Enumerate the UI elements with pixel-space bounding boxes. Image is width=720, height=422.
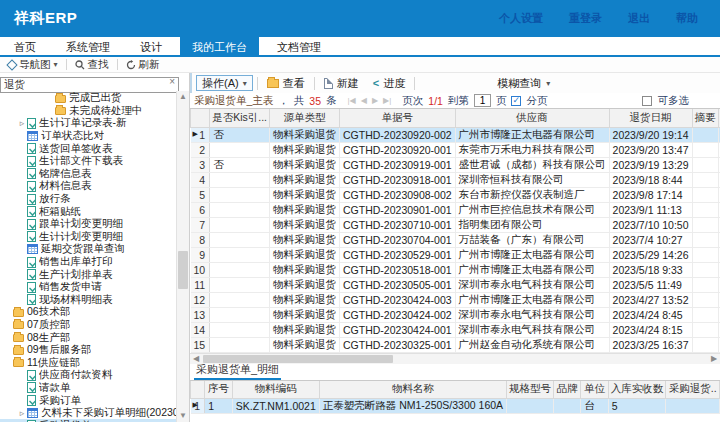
column-header[interactable]: 入库实收数 bbox=[608, 381, 666, 399]
tree-item[interactable]: 铭牌信息表 bbox=[0, 168, 189, 181]
scrollbar-thumb[interactable] bbox=[178, 251, 188, 289]
tree-item[interactable]: 生计计划变更明细 bbox=[0, 231, 189, 244]
paging-checkbox[interactable] bbox=[511, 96, 521, 106]
scroll-down-icon[interactable]: ▼ bbox=[177, 410, 189, 422]
tree-item[interactable]: 未完成待处理中 bbox=[0, 105, 189, 118]
multi-select-checkbox[interactable] bbox=[642, 96, 652, 106]
table-icon bbox=[27, 244, 38, 254]
data-cell bbox=[210, 262, 270, 277]
tab-设计[interactable]: 设计 bbox=[128, 37, 174, 55]
pager-nav-icon[interactable]: ▶ bbox=[372, 96, 378, 105]
report-icon bbox=[27, 282, 36, 293]
tree-item[interactable]: 延期交货跟单查询 bbox=[0, 243, 189, 256]
tree-item[interactable]: 销售发货申请 bbox=[0, 281, 189, 294]
column-header[interactable] bbox=[191, 109, 210, 127]
column-header[interactable]: 规格型号 bbox=[507, 381, 554, 399]
column-header[interactable]: 是否Kis引... bbox=[210, 109, 270, 127]
tab-系统管理[interactable]: 系统管理 bbox=[54, 37, 122, 55]
tab-首页[interactable]: 首页 bbox=[2, 37, 48, 55]
tree-item[interactable]: 完成已出货 bbox=[0, 92, 189, 105]
tree-item[interactable]: 08生产部 bbox=[0, 331, 189, 344]
table-row[interactable]: 7物料采购退货CGTHD-20230710-001指明集团有限公司2023/7/… bbox=[191, 217, 720, 232]
topbar-link[interactable]: 重登录 bbox=[569, 11, 602, 26]
progress-button[interactable]: < 进度 bbox=[368, 75, 410, 92]
table-row[interactable]: 15物料采购退货CGTHD-20230325-001广州赵金自动化系统有限公司2… bbox=[191, 337, 720, 352]
data-cell: CGTHD-20230518-001 bbox=[340, 262, 456, 277]
tree-item[interactable]: 跟单计划变更明细 bbox=[0, 218, 189, 231]
column-header[interactable]: 采购退货.. bbox=[666, 381, 720, 399]
pager-nav-icon[interactable]: |◀ bbox=[348, 96, 356, 105]
tree-item[interactable]: 生计部文件下载表 bbox=[0, 155, 189, 168]
table-row[interactable]: 12物料采购退货CGTHD-20230424-003广州市博隆正太电器有限公司2… bbox=[191, 292, 720, 307]
tree-item[interactable]: 09售后服务部 bbox=[0, 344, 189, 357]
pager-nav-icon[interactable]: ◀ bbox=[361, 96, 367, 105]
column-header[interactable]: 品牌 bbox=[554, 381, 581, 399]
nav-map-label: 导航图 bbox=[19, 58, 51, 72]
column-header[interactable]: 摘要 bbox=[692, 109, 718, 127]
topbar-link[interactable]: 退出 bbox=[628, 11, 650, 26]
tree-expander-icon[interactable]: ▹ bbox=[17, 118, 27, 128]
tree-item[interactable]: 送货回单签收表 bbox=[0, 142, 189, 155]
tree-item[interactable]: ▹生计订单记录表-新 bbox=[0, 117, 189, 130]
table-row[interactable]: ▶11SK.ZT.NM1.0021正泰塑壳断路器 NM1-250S/3300 1… bbox=[191, 399, 720, 414]
table-row[interactable]: 9物料采购退货CGTHD-20230529-001广州市博隆正太电器有限公司20… bbox=[191, 247, 720, 262]
new-button[interactable]: 新建 bbox=[319, 75, 364, 92]
master-hscrollbar[interactable]: ◀ ▶ bbox=[190, 353, 720, 364]
scroll-right-icon[interactable]: ▶ bbox=[708, 354, 720, 364]
column-header[interactable]: 物料名称 bbox=[319, 381, 506, 399]
tree-item[interactable]: 07质控部 bbox=[0, 319, 189, 332]
tree-item[interactable]: 订单状态比对 bbox=[0, 130, 189, 143]
table-row[interactable]: 6物料采购退货CGTHD-20230901-001广州市巨控信息技术有限公司20… bbox=[191, 202, 720, 217]
column-header[interactable]: 供应商 bbox=[455, 109, 609, 127]
tree-item[interactable]: 现场材料明细表 bbox=[0, 294, 189, 307]
tab-文档管理[interactable]: 文档管理 bbox=[265, 37, 333, 55]
topbar-link[interactable]: 个人设置 bbox=[499, 11, 543, 26]
table-row[interactable]: 8物料采购退货CGTHD-20230704-001万喆装备（广东）有限公司202… bbox=[191, 232, 720, 247]
column-header[interactable]: 序号 bbox=[205, 381, 233, 399]
table-row[interactable]: 3否物料采购退货CGTHD-20230919-001盛世君诚（成都）科技有限公司… bbox=[191, 157, 720, 172]
topbar-link[interactable]: 帮助 bbox=[676, 11, 698, 26]
tree-item[interactable]: ▹欠料未下采购订单明细(20230822起供参考) bbox=[0, 407, 189, 420]
tree-scrollbar[interactable]: ▲ ▼ bbox=[176, 91, 189, 422]
tree-item[interactable]: 销售出库单打印 bbox=[0, 256, 189, 269]
data-cell: 深圳市泰永电气科技有限公司 bbox=[455, 307, 609, 322]
tree-item[interactable]: 11供应链部 bbox=[0, 356, 189, 369]
view-button[interactable]: 查看 bbox=[262, 75, 310, 92]
tree-expander-icon[interactable]: ▹ bbox=[17, 408, 27, 418]
tree-item[interactable]: 采购订单 bbox=[0, 394, 189, 407]
fuzzy-query-dropdown[interactable]: 模糊查询 ▾ bbox=[497, 76, 550, 91]
goto-page-input[interactable] bbox=[474, 94, 491, 107]
scrollbar-thumb[interactable] bbox=[203, 355, 393, 363]
operate-button[interactable]: 操作(A) ▾ bbox=[196, 75, 253, 91]
clear-search-icon[interactable]: × bbox=[169, 76, 175, 88]
column-header[interactable]: 单位 bbox=[581, 381, 608, 399]
table-row[interactable]: 10物料采购退货CGTHD-20230518-001广州市博隆正太电器有限公司2… bbox=[191, 262, 720, 277]
detail-tab[interactable]: 采购退货单_明细 bbox=[194, 362, 281, 380]
table-row[interactable]: 5物料采购退货CGTHD-20230908-002东台市新控仪器仪表制造厂202… bbox=[191, 187, 720, 202]
column-header[interactable]: 单据号 bbox=[340, 109, 456, 127]
table-row[interactable]: 13物料采购退货CGTHD-20230424-002深圳市泰永电气科技有限公司2… bbox=[191, 307, 720, 322]
refresh-button[interactable]: 刷新 bbox=[122, 58, 164, 72]
tree-item[interactable]: 供应商付款资料 bbox=[0, 369, 189, 382]
table-row[interactable]: ▶1否物料采购退货CGTHD-20230920-002广州市博隆正太电器有限公司… bbox=[191, 127, 720, 142]
tree-item[interactable]: 放行条 bbox=[0, 193, 189, 206]
tab-我的工作台[interactable]: 我的工作台 bbox=[180, 37, 259, 55]
table-row[interactable]: 4物料采购退货CGTHD-20230918-001深圳帝恒科技有限公司2023/… bbox=[191, 172, 720, 187]
column-header[interactable]: 源单类型 bbox=[270, 109, 340, 127]
tree-item[interactable]: 请款单 bbox=[0, 382, 189, 395]
column-header[interactable]: 退货日期 bbox=[609, 109, 692, 127]
table-row[interactable]: 14物料采购退货CGTHD-20230424-001深圳市泰永电气科技有限公司2… bbox=[191, 322, 720, 337]
tree-item[interactable]: 06技术部 bbox=[0, 306, 189, 319]
scroll-left-icon[interactable]: ◀ bbox=[190, 354, 202, 364]
tree-item[interactable]: 柜箱贴纸 bbox=[0, 205, 189, 218]
nav-map-button[interactable]: 导航图 ▾ bbox=[4, 58, 62, 72]
find-button[interactable]: 查找 bbox=[71, 58, 113, 72]
pager-nav-icon[interactable]: ▶| bbox=[383, 96, 391, 105]
table-row[interactable]: 2物料采购退货CGTHD-20230920-001东莞市万禾电力科技有限公司20… bbox=[191, 142, 720, 157]
tree-item[interactable]: 材料信息表 bbox=[0, 180, 189, 193]
column-header[interactable]: 物料编码 bbox=[232, 381, 319, 399]
column-header[interactable] bbox=[191, 381, 205, 399]
table-row[interactable]: 11物料采购退货CGTHD-20230505-001深圳市泰永电气科技有限公司2… bbox=[191, 277, 720, 292]
tree-item[interactable]: 生产计划排单表 bbox=[0, 268, 189, 281]
scroll-up-icon[interactable]: ▲ bbox=[177, 91, 189, 103]
